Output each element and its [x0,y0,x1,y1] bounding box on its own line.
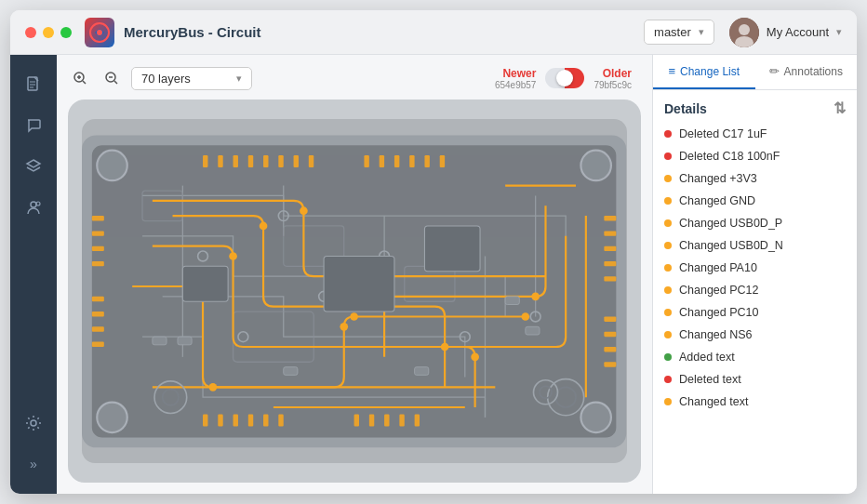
change-dot-icon [664,398,672,405]
change-list-item[interactable]: Changed USB0D_P [664,212,846,234]
change-item-label: Changed GND [679,194,755,207]
sidebar-item-settings[interactable] [15,405,52,442]
change-dot-icon [664,153,672,160]
svg-rect-55 [233,414,238,426]
sidebar-item-users[interactable] [15,189,52,226]
svg-rect-57 [263,414,268,426]
svg-point-14 [581,150,612,180]
svg-rect-79 [92,326,104,331]
window-controls [25,27,72,38]
right-panel: ≡ Change List ✏ Annotations Details ⇅ De… [652,55,857,494]
svg-point-1 [97,30,102,35]
tab-annotations[interactable]: ✏ Annotations [755,55,858,89]
branch-value: master [654,25,691,39]
expand-icon: » [30,457,37,471]
change-list-item[interactable]: Deleted C17 1uF [664,123,846,145]
svg-rect-80 [92,341,104,346]
svg-rect-73 [92,216,104,220]
minimize-button[interactable] [43,27,54,38]
svg-rect-88 [284,366,298,375]
svg-point-36 [209,383,218,391]
svg-point-6 [31,202,36,207]
avatar [729,18,759,47]
diff-toggle-button[interactable] [545,68,584,88]
change-dot-icon [664,264,672,272]
svg-point-16 [581,402,612,432]
toggle-knob [556,70,573,86]
change-item-label: Changed PC10 [679,306,758,319]
svg-rect-72 [605,362,617,366]
layer-chevron-icon: ▾ [236,73,242,85]
svg-rect-83 [183,266,229,301]
svg-rect-71 [605,347,617,351]
app-logo [85,18,114,47]
svg-point-34 [532,292,540,300]
svg-rect-81 [324,256,394,312]
svg-rect-58 [279,414,284,426]
change-list-item[interactable]: Changed PC12 [664,279,846,301]
details-header: Details ⇅ [653,90,857,123]
account-menu[interactable]: My Account ▾ [729,18,842,47]
change-item-label: Deleted text [679,373,741,386]
layer-selector[interactable]: 70 layers ▾ [131,67,252,90]
change-list-item[interactable]: Deleted C18 100nF [664,145,846,167]
close-button[interactable] [25,27,36,38]
svg-rect-52 [440,155,445,167]
svg-point-33 [351,312,359,321]
svg-rect-65 [605,231,617,235]
change-list-item[interactable]: Changed PC10 [664,301,846,324]
tab-change-list[interactable]: ≡ Change List [653,55,755,89]
change-list-item[interactable]: Deleted text [664,368,846,391]
change-list-item[interactable]: Changed USB0D_N [664,234,846,257]
svg-rect-69 [605,316,617,321]
sidebar: » [10,55,57,494]
svg-rect-43 [263,155,268,167]
svg-rect-89 [415,366,429,375]
change-list-item[interactable]: Added text [664,346,846,368]
change-dot-icon [664,286,672,294]
change-item-label: Changed USB0D_N [679,239,783,252]
sidebar-item-expand[interactable]: » [15,445,52,483]
svg-rect-41 [233,155,238,167]
pcb-canvas[interactable] [68,99,641,483]
change-dot-icon [664,175,672,182]
svg-rect-70 [605,331,617,336]
sidebar-item-file[interactable] [15,66,52,103]
change-list-item[interactable]: Changed text [664,391,846,413]
branch-selector[interactable]: master ▾ [644,20,714,45]
canvas-panel: 70 layers ▾ Newer 654e9b57 Older [57,55,652,494]
change-dot-icon [664,130,672,138]
svg-rect-46 [309,155,313,167]
newer-hash: 654e9b57 [495,80,537,90]
svg-rect-63 [415,414,420,426]
svg-point-13 [98,150,128,180]
zoom-out-button[interactable] [100,66,124,90]
svg-rect-54 [219,414,223,426]
svg-rect-49 [394,155,399,167]
maximize-button[interactable] [60,27,72,38]
svg-rect-74 [92,231,104,235]
change-list-icon: ≡ [668,64,675,78]
svg-rect-60 [369,414,374,426]
change-list-item[interactable]: Changed NS6 [664,324,846,346]
svg-rect-53 [203,414,207,426]
change-list-item[interactable]: Changed PA10 [664,257,846,279]
zoom-in-button[interactable] [68,66,92,90]
right-panel-tabs: ≡ Change List ✏ Annotations [653,55,857,90]
svg-rect-48 [380,155,384,167]
svg-rect-78 [92,312,104,316]
change-list-item[interactable]: Changed GND [664,190,846,212]
svg-rect-86 [506,296,520,304]
older-label-area: Older 79bf5c9c [594,67,632,90]
sort-icon[interactable]: ⇅ [834,99,846,117]
details-title: Details [664,101,707,116]
change-list-item[interactable]: Changed +3V3 [664,167,846,190]
svg-point-30 [230,252,238,260]
svg-rect-75 [92,245,104,250]
sidebar-item-comments[interactable] [15,107,52,144]
svg-point-7 [36,202,40,206]
tab-change-list-label: Change List [680,65,740,78]
change-item-label: Changed +3V3 [679,172,757,185]
sidebar-item-layers[interactable] [15,148,52,185]
change-item-label: Deleted C17 1uF [679,127,767,140]
